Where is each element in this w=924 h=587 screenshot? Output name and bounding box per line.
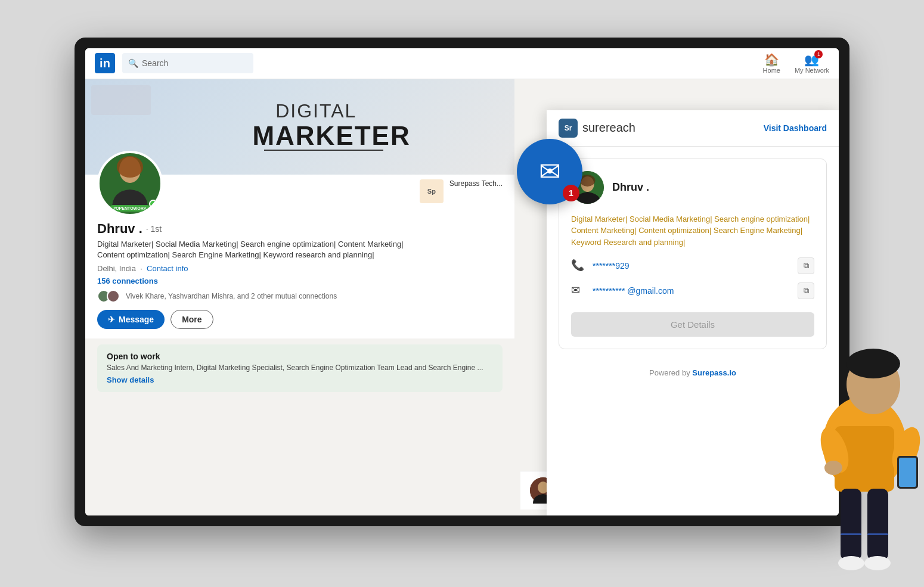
message-icon: ✈ [108, 315, 115, 324]
surereach-header: Sr surereach Visit Dashboard [547, 110, 839, 147]
svg-rect-17 [867, 489, 888, 560]
home-icon: 🏠 [764, 52, 779, 67]
contact-email-field: ✉ ********** @gmail.com ⧉ [571, 282, 814, 299]
open-to-work-section: Open to work Sales And Marketing Intern,… [97, 344, 503, 392]
profile-headline: Digital Marketer| Social Media Marketing… [97, 239, 407, 260]
mutual-text: Vivek Khare, Yashvardhan Mishra, and 2 o… [126, 292, 337, 300]
profile-name-row: Dhruv . · 1st [97, 221, 503, 237]
contact-phone-field: 📞 *******929 ⧉ [571, 257, 814, 274]
main-content: DIGITAL MARKETER [85, 79, 839, 515]
surereach-logo: Sr surereach [559, 119, 635, 138]
contact-card-name: Dhruv . [612, 181, 649, 194]
visit-dashboard-button[interactable]: Visit Dashboard [764, 123, 827, 133]
message-button[interactable]: ✈ Message [97, 310, 165, 329]
mutual-avatars [97, 290, 116, 303]
phone-value: *******929 [593, 261, 790, 271]
get-details-button[interactable]: Get Details [571, 312, 814, 337]
notification-badge: 1 [814, 50, 823, 58]
scene-container: in 🔍 Search 🏠 Home 👥 1 [0, 0, 924, 587]
linkedin-header: in 🔍 Search 🏠 Home 👥 1 [85, 48, 839, 79]
contact-info-link[interactable]: Contact info [147, 264, 188, 273]
copy-phone-button[interactable]: ⧉ [798, 257, 814, 274]
profile-avatar-wrapper: #OPENTOWORK [97, 151, 163, 216]
envelope-icon: ✉ [539, 156, 561, 187]
search-bar[interactable]: 🔍 Search [122, 53, 253, 73]
copy-email-button[interactable]: ⧉ [798, 282, 814, 299]
character-illustration [781, 307, 924, 587]
keyboard-decoration [91, 85, 151, 115]
header-nav: 🏠 Home 👥 1 My Network [763, 52, 829, 74]
otw-title: Open to work [107, 352, 493, 361]
connections-row: 156 connections [97, 275, 503, 286]
search-placeholder-text: Search [142, 58, 168, 68]
svg-point-18 [838, 556, 864, 570]
svg-point-15 [824, 461, 842, 475]
banner-digital-text: DIGITAL [275, 100, 356, 122]
banner-marketer-text: MARKETER [252, 121, 410, 151]
monitor-screen: in 🔍 Search 🏠 Home 👥 1 [85, 48, 839, 515]
svg-rect-21 [867, 533, 888, 535]
contact-description: Digital Marketer| Social Media Marketing… [571, 213, 814, 249]
email-notification-bubble: ✉ 1 [517, 139, 582, 204]
nav-home-label: Home [763, 67, 780, 74]
phone-icon: 📞 [571, 259, 585, 273]
exp-company-surepass: Surepass Tech... [449, 179, 503, 188]
profile-location: Delhi, India · Contact info [97, 264, 503, 273]
svg-rect-14 [899, 458, 916, 487]
email-value: ********** @gmail.com [593, 286, 790, 296]
more-button[interactable]: More [170, 310, 213, 329]
show-details-link[interactable]: Show details [107, 375, 154, 384]
monitor: in 🔍 Search 🏠 Home 👥 1 [75, 38, 849, 526]
nav-network[interactable]: 👥 1 My Network [795, 52, 829, 74]
opentowork-label: #OPENTOWORK [110, 205, 150, 212]
profile-degree: · 1st [146, 224, 162, 234]
contact-card-header: Dhruv . [571, 171, 814, 204]
email-icon: ✉ [571, 284, 585, 298]
svg-point-19 [864, 556, 891, 570]
otw-desc: Sales And Marketing Intern, Digital Mark… [107, 363, 493, 373]
banner-underline [264, 150, 383, 151]
nav-network-label: My Network [795, 67, 829, 74]
profile-info: Dhruv . · 1st Digital Marketer| Social M… [97, 216, 503, 329]
svg-rect-20 [841, 533, 861, 535]
profile-avatar: #OPENTOWORK [97, 151, 163, 216]
profile-card: #OPENTOWORK Sp Surepass Tech... [85, 175, 514, 338]
svg-point-9 [847, 349, 900, 378]
connections-link[interactable]: 156 connections [97, 277, 158, 285]
sr-brand-name: surereach [582, 121, 635, 135]
mutual-connections: Vivek Khare, Yashvardhan Mishra, and 2 o… [97, 290, 503, 303]
online-indicator [149, 200, 157, 208]
mutual-avatar-2 [107, 290, 120, 303]
search-icon: 🔍 [128, 58, 138, 68]
sr-icon: Sr [559, 119, 578, 138]
character-svg [781, 307, 924, 587]
profile-section: DIGITAL MARKETER [85, 79, 514, 515]
action-buttons: ✈ Message More [97, 310, 503, 329]
profile-name: Dhruv . [97, 221, 142, 237]
linkedin-logo: in [95, 53, 115, 73]
svg-rect-16 [841, 489, 861, 560]
surepass-link[interactable]: Surepass.io [692, 368, 736, 377]
network-icon: 👥 1 [804, 52, 819, 67]
email-badge: 1 [563, 185, 579, 201]
exp-logo-surepass: Sp [420, 179, 444, 203]
nav-home[interactable]: 🏠 Home [763, 52, 780, 74]
